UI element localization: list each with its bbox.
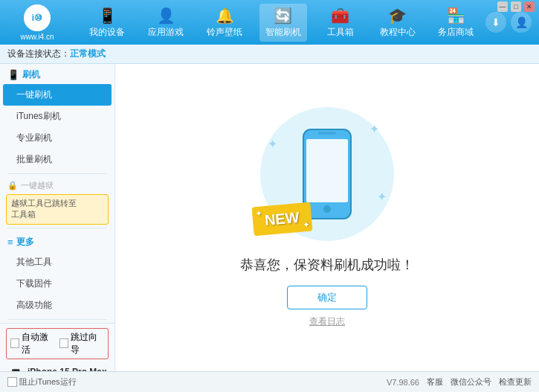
- more-section-label: 更多: [16, 236, 34, 248]
- download-firmware-label: 下载固件: [16, 277, 52, 290]
- check-update-link[interactable]: 检查更新: [499, 376, 532, 388]
- nav-toolbox-label: 工具箱: [327, 26, 354, 39]
- nav-tutorial-icon: 🎓: [388, 7, 407, 25]
- lock-icon: 🔒: [7, 181, 18, 190]
- nav-shop-icon: 🏪: [447, 7, 465, 25]
- logo-subtitle: www.i4.cn: [20, 33, 54, 41]
- status-bar: 设备连接状态： 正常模式: [0, 45, 539, 64]
- logo-circle: i⑩: [24, 4, 51, 31]
- sparkle-3-icon: ✦: [377, 190, 387, 204]
- confirm-button[interactable]: 确定: [287, 286, 367, 309]
- more-section-icon: ≡: [7, 237, 13, 248]
- wechat-official-link[interactable]: 微信公众号: [451, 376, 491, 388]
- window-minimize-btn[interactable]: —: [497, 1, 508, 12]
- device-info: iPhone 15 Pro Max 512GB iPhone: [28, 367, 107, 371]
- new-badge-text: NEW: [264, 209, 300, 228]
- sidebar-item-pro-flash[interactable]: 专业刷机: [0, 127, 114, 149]
- sidebar: 📱 刷机 一键刷机 iTunes刷机 专业刷机 批量刷机 🔒 一键越狱: [0, 64, 115, 371]
- nav-apps-games-icon: 👤: [157, 7, 175, 25]
- download-icon[interactable]: ⬇: [485, 12, 506, 33]
- auto-activate-checkbox-box: [10, 338, 19, 348]
- svg-point-2: [323, 205, 331, 213]
- flash-section-label: 刷机: [22, 68, 40, 81]
- skip-guide-checkbox-box: [59, 338, 68, 348]
- nav-my-device[interactable]: 📱 我的设备: [83, 4, 131, 42]
- flash-section-icon: 📱: [7, 69, 19, 80]
- sidebar-item-one-key-flash[interactable]: 一键刷机: [3, 84, 112, 106]
- nav-toolbox-icon: 🧰: [331, 7, 349, 25]
- nav-smart-flash[interactable]: 🔄 智能刷机: [259, 4, 307, 42]
- sidebar-section-flash: 📱 刷机: [0, 64, 114, 84]
- pro-flash-label: 专业刷机: [16, 132, 52, 144]
- nav-smart-flash-label: 智能刷机: [265, 26, 301, 39]
- main-layout: 📱 刷机 一键刷机 iTunes刷机 专业刷机 批量刷机 🔒 一键越狱: [0, 64, 539, 371]
- nav-tutorial[interactable]: 🎓 教程中心: [374, 4, 422, 42]
- sidebar-item-download-firmware[interactable]: 下载固件: [0, 273, 114, 295]
- sparkle-1-icon: ✦: [369, 122, 379, 136]
- nav-tutorial-label: 教程中心: [380, 26, 416, 39]
- status-value: 正常模式: [70, 48, 106, 60]
- sidebar-section-more: ≡ 更多: [0, 231, 114, 251]
- bottom-right: V7.98.66 客服 微信公众号 检查更新: [387, 376, 532, 388]
- sidebar-item-advanced[interactable]: 高级功能: [0, 295, 114, 316]
- logo: i⑩ www.i4.cn: [7, 4, 67, 41]
- nav-toolbox[interactable]: 🧰 工具箱: [318, 4, 363, 42]
- bottom-bar: 阻止iTunes运行 V7.98.66 客服 微信公众号 检查更新: [0, 371, 539, 392]
- advanced-label: 高级功能: [16, 299, 52, 312]
- nav-my-device-icon: 📱: [98, 7, 117, 25]
- nav-my-device-label: 我的设备: [89, 26, 125, 39]
- itunes-label: 阻止iTunes运行: [19, 376, 77, 388]
- top-right-actions: ⬇ 👤: [485, 12, 532, 33]
- success-message: 恭喜您，保资料刷机成功啦！: [240, 256, 414, 274]
- auto-activate-label: 自动激活: [22, 331, 55, 356]
- device-panel: 自动激活 跳过向导 📱 iPhone 15 Pro Max 512GB iPho…: [0, 323, 114, 371]
- skip-guide-label: 跳过向导: [71, 331, 104, 356]
- sidebar-section-jailbreak: 🔒 一键越狱: [0, 177, 114, 193]
- jailbreak-label: 一键越狱: [21, 180, 54, 191]
- top-navbar: i⑩ www.i4.cn 📱 我的设备 👤 应用游戏 🔔 铃声壁纸 🔄 智能刷机: [0, 0, 539, 45]
- nav-apps-games-label: 应用游戏: [148, 26, 184, 39]
- svg-rect-3: [318, 132, 336, 135]
- customer-service-link[interactable]: 客服: [427, 376, 443, 388]
- svg-rect-1: [306, 139, 348, 202]
- batch-flash-label: 批量刷机: [16, 153, 52, 166]
- itunes-checkbox-box: [7, 377, 17, 387]
- logo-icon: i⑩: [32, 13, 42, 23]
- nav-items: 📱 我的设备 👤 应用游戏 🔔 铃声壁纸 🔄 智能刷机 🧰 工具箱 🎓: [78, 4, 485, 42]
- content-area: NEW ✦ ✦ ✦ 恭喜您，保资料刷机成功啦！ 确定 查看日志: [115, 64, 539, 371]
- one-key-flash-label: 一键刷机: [16, 89, 52, 101]
- window-controls: — □ ✕: [497, 1, 535, 12]
- device-item: 📱 iPhone 15 Pro Max 512GB iPhone: [6, 364, 109, 371]
- itunes-checkbox-wrap[interactable]: 阻止iTunes运行: [7, 376, 77, 388]
- sidebar-divider-3: [7, 319, 107, 320]
- bottom-left: 阻止iTunes运行: [7, 376, 387, 388]
- nav-ringtone-icon: 🔔: [216, 7, 234, 25]
- itunes-flash-label: iTunes刷机: [16, 110, 61, 123]
- sidebar-item-batch-flash[interactable]: 批量刷机: [0, 149, 114, 170]
- sidebar-divider-1: [7, 173, 107, 174]
- nav-ringtone-label: 铃声壁纸: [207, 26, 242, 39]
- phone-illustration: NEW ✦ ✦ ✦: [260, 107, 394, 241]
- device-phone-icon: 📱: [7, 368, 24, 371]
- nav-apps-games[interactable]: 👤 应用游戏: [142, 4, 190, 42]
- nav-smart-flash-icon: 🔄: [274, 7, 292, 25]
- auto-activate-checkbox[interactable]: 自动激活: [10, 331, 55, 356]
- user-icon[interactable]: 👤: [511, 12, 532, 33]
- auto-options-group: 自动激活 跳过向导: [6, 328, 109, 359]
- sidebar-jailbreak-notice: 越狱工具已跳转至工具箱: [6, 194, 109, 225]
- sidebar-item-other-tools[interactable]: 其他工具: [0, 251, 114, 273]
- window-maximize-btn[interactable]: □: [511, 1, 521, 12]
- sidebar-divider-2: [7, 228, 107, 228]
- nav-ringtone[interactable]: 🔔 铃声壁纸: [201, 4, 248, 42]
- version-label: V7.98.66: [387, 378, 419, 387]
- new-badge: NEW: [251, 202, 312, 237]
- device-name: iPhone 15 Pro Max: [28, 367, 107, 371]
- nav-shop-label: 务店商域: [438, 26, 474, 39]
- status-label: 设备连接状态：: [7, 48, 70, 60]
- window-close-btn[interactable]: ✕: [524, 1, 535, 12]
- sidebar-item-itunes-flash[interactable]: iTunes刷机: [0, 106, 114, 127]
- notice-text: 越狱工具已跳转至工具箱: [11, 199, 77, 219]
- view-log-link[interactable]: 查看日志: [309, 315, 345, 328]
- skip-guide-checkbox[interactable]: 跳过向导: [59, 331, 104, 356]
- nav-shop[interactable]: 🏪 务店商域: [432, 4, 480, 42]
